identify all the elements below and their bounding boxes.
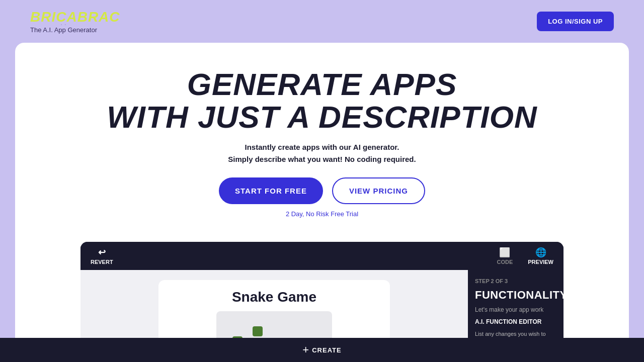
preview-tab[interactable]: 🌐 PREVIEW <box>528 247 553 265</box>
snake-piece <box>253 326 263 336</box>
cta-row: START FOR FREE VIEW PRICING <box>35 177 609 204</box>
logo-text: BRICABRAC <box>30 9 120 25</box>
free-trial-text: 2 Day, No Risk Free Trial <box>35 210 609 218</box>
hero-title-line1: GENERATE APPS <box>35 68 609 101</box>
panel-subtitle: Let's make your app work <box>475 306 556 313</box>
preview-label: PREVIEW <box>528 259 553 265</box>
login-button[interactable]: LOG IN/SIGN UP <box>537 12 614 31</box>
revert-icon: ↩ <box>98 247 106 258</box>
code-label: CODE <box>497 259 513 265</box>
view-pricing-button[interactable]: VIEW PRICING <box>332 177 425 204</box>
preview-icon: 🌐 <box>535 247 546 258</box>
revert-button[interactable]: ↩ REVERT <box>91 247 113 265</box>
hero-subtitle: Instantly create apps with our AI genera… <box>35 141 609 165</box>
hero-section: GENERATE APPS WITH JUST A DESCRIPTION In… <box>35 68 609 233</box>
dots-decoration: · · <box>60 20 66 28</box>
bottom-bar: + CREATE <box>0 338 644 362</box>
panel-title: FUNCTIONALITY <box>475 289 556 301</box>
code-tab[interactable]: ⬜ CODE <box>497 247 513 265</box>
create-label[interactable]: CREATE <box>312 346 341 354</box>
hero-subtitle-line2: Simply describe what you want! No coding… <box>35 153 609 165</box>
start-for-free-button[interactable]: START FOR FREE <box>219 177 323 204</box>
topbar-right: ⬜ CODE 🌐 PREVIEW <box>497 247 553 265</box>
demo-topbar: ↩ REVERT ⬜ CODE 🌐 PREVIEW <box>80 242 564 270</box>
hero-title-line2: WITH JUST A DESCRIPTION <box>35 101 609 133</box>
logo-area: BRICABRAC The A.I. App Generator <box>30 9 120 34</box>
create-plus-icon: + <box>302 344 309 355</box>
main-card: GENERATE APPS WITH JUST A DESCRIPTION In… <box>15 43 629 362</box>
panel-editor-label: A.I. FUNCTION EDITOR <box>475 318 556 325</box>
panel-step: STEP 2 OF 3 <box>475 278 556 284</box>
hero-subtitle-line1: Instantly create apps with our AI genera… <box>35 141 609 153</box>
code-icon: ⬜ <box>499 247 510 258</box>
navbar: · · BRICABRAC The A.I. App Generator LOG… <box>0 0 644 43</box>
snake-game-title: Snake Game <box>232 289 316 305</box>
revert-label: REVERT <box>91 259 113 265</box>
